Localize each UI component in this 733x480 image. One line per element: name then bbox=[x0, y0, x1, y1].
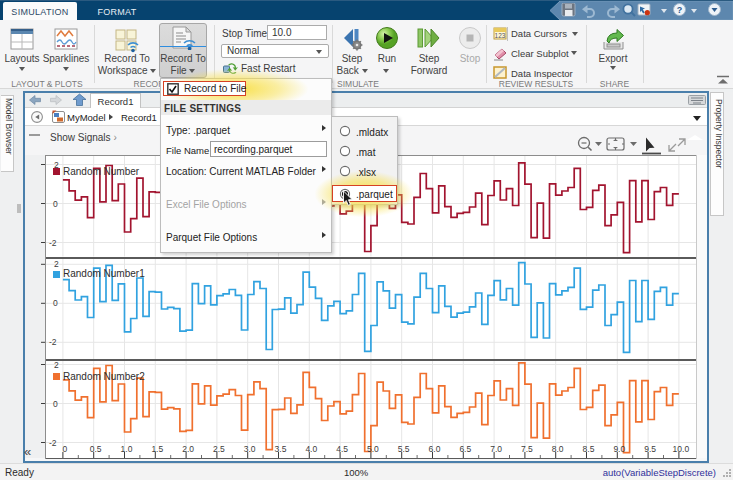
svg-text:123: 123 bbox=[495, 32, 506, 39]
svg-text:?: ? bbox=[677, 5, 683, 15]
